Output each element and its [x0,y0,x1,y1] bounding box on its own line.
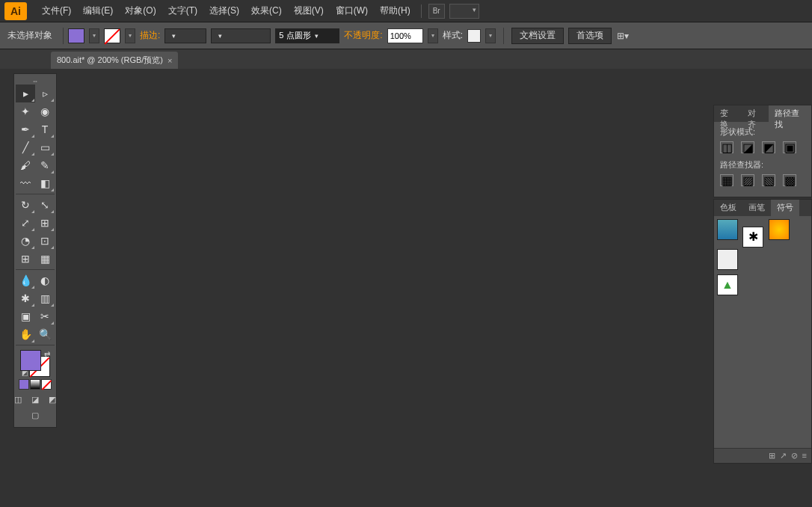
symbol-sprayer-tool[interactable]: ✱ [16,289,35,307]
rectangle-tool[interactable]: ▭ [35,138,55,156]
column-graph-tool[interactable]: ▥ [35,289,55,307]
opacity-input[interactable] [387,28,423,43]
symbol-ink[interactable]: ✱ [742,227,763,248]
menu-view[interactable]: 视图(V) [288,4,330,17]
blob-brush-tool[interactable]: 〰 [16,174,35,192]
style-dropdown[interactable]: ▾ [485,28,496,43]
menu-effect[interactable]: 效果(C) [245,4,288,17]
trim-icon[interactable]: ▨ [741,174,754,186]
symbol-tree[interactable]: ▲ [717,274,738,295]
direct-selection-tool[interactable]: ▹ [35,84,55,102]
fill-swatch[interactable] [68,28,84,43]
pathfinder-panel: 变换 对齐 路径查找 形状模式: ◫ ◪ ◩ ▣ 路径查找器: ▦ ▨ ▧ ▩ [713,105,812,197]
intersect-icon[interactable]: ◩ [762,141,775,153]
break-link-icon[interactable]: ⊘ [791,451,798,461]
variable-width-profile[interactable] [211,28,271,43]
hand-tool[interactable]: ✋ [16,325,35,343]
symbol-gradient[interactable] [717,219,738,240]
crop-icon[interactable]: ▩ [783,174,796,186]
document-tab-bar: 800.ait* @ 200% (RGB/预览) × [0,49,812,69]
symbol-blank[interactable] [717,249,738,270]
menubar: Ai 文件(F) 编辑(E) 对象(O) 文字(T) 选择(S) 效果(C) 视… [0,0,812,22]
divide-icon[interactable]: ▦ [720,174,733,186]
eraser-tool[interactable]: ◧ [35,174,55,192]
swap-colors-icon[interactable]: ⇄ [44,350,50,358]
fill-color[interactable] [20,350,41,371]
stroke-swatch[interactable] [104,28,120,43]
stroke-dropdown[interactable]: ▾ [125,28,135,43]
selection-status: 未选择对象 [7,29,52,42]
shape-builder-tool[interactable]: ◔ [16,232,35,250]
document-tab[interactable]: 800.ait* @ 200% (RGB/预览) × [51,52,178,69]
paintbrush-tool[interactable]: 🖌 [16,156,35,174]
brush-value: 5 点圆形 [279,30,310,41]
pathfinder-tab[interactable]: 路径查找 [769,105,811,122]
gradient-mode[interactable] [30,379,40,390]
align-to-icon[interactable]: ⊞▾ [616,29,630,43]
rotate-tool[interactable]: ↻ [16,196,35,214]
menu-edit[interactable]: 编辑(E) [77,4,119,17]
screen-mode[interactable]: ▢ [28,409,43,421]
menu-help[interactable]: 帮助(H) [374,4,416,17]
shape-modes-label: 形状模式: [720,126,805,138]
opacity-dropdown[interactable]: ▾ [428,28,438,43]
options-bar: 未选择对象 ▾ ▾ 描边: 5 点圆形 不透明度: ▾ 样式: ▾ 文档设置 首… [0,22,812,49]
symbols-tab[interactable]: 符号 [771,200,799,216]
pencil-tool[interactable]: ✎ [35,156,55,174]
menu-object[interactable]: 对象(O) [119,4,162,17]
menu-file[interactable]: 文件(F) [36,4,77,17]
draw-behind[interactable]: ◪ [28,393,43,405]
gradient-tool[interactable]: ▦ [35,250,55,268]
mesh-tool[interactable]: ⊞ [16,250,35,268]
place-symbol-icon[interactable]: ↗ [780,451,787,461]
stroke-width-select[interactable] [164,28,206,43]
menu-select[interactable]: 选择(S) [203,4,245,17]
draw-inside[interactable]: ◩ [45,393,60,405]
magic-wand-tool[interactable]: ✦ [16,102,35,120]
draw-mode[interactable]: ◫ [10,393,25,405]
symbol-options-icon[interactable]: ≡ [802,451,807,460]
lasso-tool[interactable]: ◉ [35,102,55,120]
pen-tool[interactable]: ✒ [16,120,35,138]
line-tool[interactable]: ╱ [16,138,35,156]
tab-title: 800.ait* @ 200% (RGB/预览) [57,55,163,66]
symbols-panel-footer: ⊞ ↗ ⊘ ≡ [714,448,811,463]
eyedropper-tool[interactable]: 💧 [16,271,35,289]
symbol-orb[interactable] [769,219,790,240]
color-mode[interactable] [19,379,29,390]
type-tool[interactable]: T [35,120,55,138]
brushes-tab[interactable]: 画笔 [742,200,771,216]
fill-dropdown[interactable]: ▾ [89,28,99,43]
menu-window[interactable]: 窗口(W) [330,4,374,17]
symbol-libraries-icon[interactable]: ⊞ [769,451,775,461]
slice-tool[interactable]: ✂ [35,307,55,325]
selection-tool[interactable]: ▸ [16,84,35,102]
tab-close-icon[interactable]: × [167,56,172,65]
blend-tool[interactable]: ◐ [35,271,55,289]
transform-tab[interactable]: 变换 [714,105,742,122]
minus-front-icon[interactable]: ◪ [741,141,754,153]
menu-type[interactable]: 文字(T) [162,4,203,17]
graphic-style-swatch[interactable] [467,29,481,43]
scale-tool[interactable]: ⤢ [16,214,35,232]
reflect-tool[interactable]: ⤡ [35,196,55,214]
document-setup-button[interactable]: 文档设置 [511,28,564,44]
unite-icon[interactable]: ◫ [720,141,733,153]
swatches-tab[interactable]: 色板 [714,200,742,216]
toolbox-grab-handle[interactable]: •• [16,77,55,84]
exclude-icon[interactable]: ▣ [783,141,796,153]
brush-definition[interactable]: 5 点圆形 [275,28,339,43]
none-mode[interactable] [41,379,52,390]
perspective-grid-tool[interactable]: ⊡ [35,232,55,250]
width-tool[interactable]: ⊞ [35,214,55,232]
preferences-button[interactable]: 首选项 [568,28,612,44]
bridge-button[interactable]: Br [428,4,445,19]
default-colors-icon[interactable]: ◩ [22,369,28,377]
align-tab[interactable]: 对齐 [742,105,769,122]
opacity-label: 不透明度: [344,29,382,42]
artboard-tool[interactable]: ▣ [16,307,35,325]
arrange-documents-dropdown[interactable] [449,4,479,19]
style-label: 样式: [443,29,463,42]
zoom-tool[interactable]: 🔍 [35,325,55,343]
merge-icon[interactable]: ▧ [762,174,775,186]
